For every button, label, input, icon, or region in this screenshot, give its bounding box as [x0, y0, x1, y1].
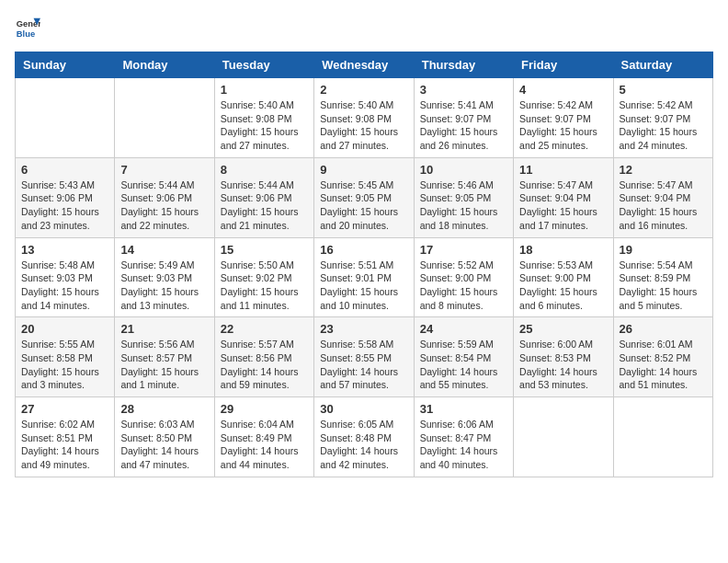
calendar-cell: 9Sunrise: 5:45 AM Sunset: 9:05 PM Daylig…	[314, 157, 414, 237]
calendar-cell	[613, 397, 712, 477]
day-info: Sunrise: 5:44 AM Sunset: 9:06 PM Dayligh…	[221, 178, 308, 233]
day-info: Sunrise: 5:50 AM Sunset: 9:02 PM Dayligh…	[221, 259, 308, 313]
day-info: Sunrise: 5:51 AM Sunset: 9:01 PM Dayligh…	[320, 259, 407, 313]
weekday-header: Saturday	[613, 52, 712, 78]
day-info: Sunrise: 5:45 AM Sunset: 9:05 PM Dayligh…	[320, 178, 407, 233]
calendar-cell: 21Sunrise: 5:56 AM Sunset: 8:57 PM Dayli…	[115, 317, 214, 397]
day-info: Sunrise: 5:47 AM Sunset: 9:04 PM Dayligh…	[620, 178, 707, 233]
day-info: Sunrise: 6:05 AM Sunset: 8:48 PM Dayligh…	[320, 418, 407, 472]
calendar-header-row: SundayMondayTuesdayWednesdayThursdayFrid…	[16, 52, 713, 78]
day-number: 26	[620, 322, 707, 336]
day-info: Sunrise: 6:06 AM Sunset: 8:47 PM Dayligh…	[420, 418, 507, 472]
calendar-cell: 5Sunrise: 5:42 AM Sunset: 9:07 PM Daylig…	[613, 78, 712, 158]
weekday-header: Monday	[115, 52, 214, 78]
day-info: Sunrise: 5:55 AM Sunset: 8:58 PM Dayligh…	[21, 338, 108, 392]
page-header: General Blue	[15, 15, 713, 40]
day-number: 11	[519, 163, 607, 177]
calendar-cell: 30Sunrise: 6:05 AM Sunset: 8:48 PM Dayli…	[314, 397, 414, 477]
calendar-cell: 15Sunrise: 5:50 AM Sunset: 9:02 PM Dayli…	[214, 237, 313, 317]
day-number: 9	[320, 163, 407, 177]
calendar-cell: 8Sunrise: 5:44 AM Sunset: 9:06 PM Daylig…	[214, 157, 313, 237]
day-number: 27	[21, 402, 108, 416]
calendar-cell	[16, 78, 115, 158]
day-number: 19	[620, 243, 707, 257]
day-number: 15	[221, 243, 308, 257]
day-info: Sunrise: 6:01 AM Sunset: 8:52 PM Dayligh…	[620, 338, 707, 392]
day-number: 23	[320, 322, 407, 336]
day-number: 3	[420, 83, 507, 97]
weekday-header: Sunday	[16, 52, 115, 78]
calendar-cell: 1Sunrise: 5:40 AM Sunset: 9:08 PM Daylig…	[214, 78, 313, 158]
day-info: Sunrise: 5:42 AM Sunset: 9:07 PM Dayligh…	[519, 98, 607, 153]
calendar-cell: 27Sunrise: 6:02 AM Sunset: 8:51 PM Dayli…	[16, 397, 115, 477]
calendar-table: SundayMondayTuesdayWednesdayThursdayFrid…	[15, 52, 713, 477]
calendar-cell	[514, 397, 613, 477]
day-info: Sunrise: 5:40 AM Sunset: 9:08 PM Dayligh…	[320, 98, 407, 153]
day-number: 16	[320, 243, 407, 257]
day-number: 7	[120, 163, 208, 177]
day-number: 6	[21, 163, 108, 177]
day-info: Sunrise: 5:53 AM Sunset: 9:00 PM Dayligh…	[519, 259, 607, 313]
calendar-cell: 19Sunrise: 5:54 AM Sunset: 8:59 PM Dayli…	[613, 237, 712, 317]
calendar-cell: 2Sunrise: 5:40 AM Sunset: 9:08 PM Daylig…	[314, 78, 414, 158]
day-info: Sunrise: 5:57 AM Sunset: 8:56 PM Dayligh…	[221, 338, 308, 392]
calendar-cell: 12Sunrise: 5:47 AM Sunset: 9:04 PM Dayli…	[613, 157, 712, 237]
calendar-cell: 31Sunrise: 6:06 AM Sunset: 8:47 PM Dayli…	[414, 397, 513, 477]
day-number: 14	[120, 243, 208, 257]
svg-text:Blue: Blue	[17, 29, 35, 39]
day-number: 17	[420, 243, 507, 257]
calendar-cell: 11Sunrise: 5:47 AM Sunset: 9:04 PM Dayli…	[514, 157, 613, 237]
day-number: 22	[221, 322, 308, 336]
calendar-cell: 22Sunrise: 5:57 AM Sunset: 8:56 PM Dayli…	[214, 317, 313, 397]
day-info: Sunrise: 5:52 AM Sunset: 9:00 PM Dayligh…	[420, 259, 507, 313]
day-info: Sunrise: 6:03 AM Sunset: 8:50 PM Dayligh…	[120, 418, 208, 472]
calendar-cell: 16Sunrise: 5:51 AM Sunset: 9:01 PM Dayli…	[314, 237, 414, 317]
day-number: 25	[519, 322, 607, 336]
calendar-cell	[115, 78, 214, 158]
day-info: Sunrise: 5:56 AM Sunset: 8:57 PM Dayligh…	[120, 338, 208, 392]
weekday-header: Friday	[514, 52, 613, 78]
day-number: 18	[519, 243, 607, 257]
weekday-header: Wednesday	[314, 52, 414, 78]
day-info: Sunrise: 5:48 AM Sunset: 9:03 PM Dayligh…	[21, 259, 108, 313]
day-number: 8	[221, 163, 308, 177]
weekday-header: Thursday	[414, 52, 513, 78]
day-number: 28	[120, 402, 208, 416]
logo: General Blue	[15, 15, 44, 40]
day-number: 2	[320, 83, 407, 97]
day-number: 29	[221, 402, 308, 416]
day-info: Sunrise: 5:41 AM Sunset: 9:07 PM Dayligh…	[420, 98, 507, 153]
calendar-week-row: 13Sunrise: 5:48 AM Sunset: 9:03 PM Dayli…	[16, 237, 713, 317]
calendar-cell: 4Sunrise: 5:42 AM Sunset: 9:07 PM Daylig…	[514, 78, 613, 158]
calendar-cell: 14Sunrise: 5:49 AM Sunset: 9:03 PM Dayli…	[115, 237, 214, 317]
calendar-cell: 3Sunrise: 5:41 AM Sunset: 9:07 PM Daylig…	[414, 78, 513, 158]
day-number: 5	[620, 83, 707, 97]
day-number: 24	[420, 322, 507, 336]
day-info: Sunrise: 5:58 AM Sunset: 8:55 PM Dayligh…	[320, 338, 407, 392]
day-number: 12	[620, 163, 707, 177]
day-info: Sunrise: 6:02 AM Sunset: 8:51 PM Dayligh…	[21, 418, 108, 472]
calendar-week-row: 6Sunrise: 5:43 AM Sunset: 9:06 PM Daylig…	[16, 157, 713, 237]
calendar-cell: 28Sunrise: 6:03 AM Sunset: 8:50 PM Dayli…	[115, 397, 214, 477]
calendar-cell: 29Sunrise: 6:04 AM Sunset: 8:49 PM Dayli…	[214, 397, 313, 477]
calendar-week-row: 1Sunrise: 5:40 AM Sunset: 9:08 PM Daylig…	[16, 78, 713, 158]
calendar-cell: 20Sunrise: 5:55 AM Sunset: 8:58 PM Dayli…	[16, 317, 115, 397]
day-info: Sunrise: 5:59 AM Sunset: 8:54 PM Dayligh…	[420, 338, 507, 392]
day-number: 4	[519, 83, 607, 97]
day-number: 13	[21, 243, 108, 257]
day-info: Sunrise: 5:47 AM Sunset: 9:04 PM Dayligh…	[519, 178, 607, 233]
calendar-cell: 23Sunrise: 5:58 AM Sunset: 8:55 PM Dayli…	[314, 317, 414, 397]
day-info: Sunrise: 5:44 AM Sunset: 9:06 PM Dayligh…	[120, 178, 208, 233]
day-info: Sunrise: 5:49 AM Sunset: 9:03 PM Dayligh…	[120, 259, 208, 313]
calendar-week-row: 27Sunrise: 6:02 AM Sunset: 8:51 PM Dayli…	[16, 397, 713, 477]
day-info: Sunrise: 5:40 AM Sunset: 9:08 PM Dayligh…	[221, 98, 308, 153]
logo-icon: General Blue	[15, 15, 40, 40]
day-number: 20	[21, 322, 108, 336]
calendar-week-row: 20Sunrise: 5:55 AM Sunset: 8:58 PM Dayli…	[16, 317, 713, 397]
calendar-cell: 25Sunrise: 6:00 AM Sunset: 8:53 PM Dayli…	[514, 317, 613, 397]
day-info: Sunrise: 6:04 AM Sunset: 8:49 PM Dayligh…	[221, 418, 308, 472]
calendar-cell: 13Sunrise: 5:48 AM Sunset: 9:03 PM Dayli…	[16, 237, 115, 317]
weekday-header: Tuesday	[214, 52, 313, 78]
day-number: 1	[221, 83, 308, 97]
day-number: 31	[420, 402, 507, 416]
